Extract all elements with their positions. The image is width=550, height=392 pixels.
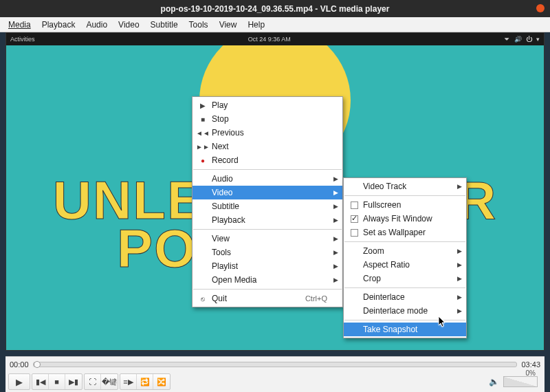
time-elapsed[interactable]: 00:00 [10, 360, 29, 369]
caret-icon: ▾ [536, 36, 540, 43]
player-controls: 00:00 03:43 ▶ ▮◀ ■ ▶▮ ⛶ �键 ≡▶ 🔁 🔀 [6, 356, 544, 392]
separator [193, 289, 342, 290]
menu-subtitle[interactable]: Subtitle [145, 18, 184, 32]
ctx-always-fit[interactable]: Always Fit Window [344, 212, 466, 226]
system-tray: ⏷ 🔊 ⏻ ▾ [504, 36, 540, 43]
menu-media[interactable]: Media [3, 18, 36, 32]
separator [193, 229, 342, 230]
gnome-topbar: Activities Oct 24 9:36 AM ⏷ 🔊 ⏻ ▾ [6, 33, 544, 45]
buttons-row: ▶ ▮◀ ■ ▶▮ ⛶ �键 ≡▶ 🔁 🔀 🔈 0% [6, 372, 544, 391]
ctx-playlist[interactable]: Playlist▶ [192, 259, 342, 273]
checkbox-icon [351, 229, 358, 237]
chevron-right-icon: ▶ [457, 248, 462, 254]
volume-slider[interactable]: 0% [503, 376, 538, 387]
next-icon: ►► [197, 143, 209, 151]
record-icon: ● [197, 157, 209, 164]
context-menu[interactable]: ▶Play ■Stop ◄◄Previous ►►Next ●Record Au… [192, 96, 343, 307]
quit-icon: ⎋ [197, 295, 209, 303]
menu-audio[interactable]: Audio [80, 18, 113, 32]
chevron-right-icon: ▶ [333, 189, 338, 196]
video-area[interactable]: Activities Oct 24 9:36 AM ⏷ 🔊 ⏻ ▾ UNLEAS… [6, 32, 544, 351]
ctx-zoom[interactable]: Zoom▶ [344, 244, 466, 258]
close-button[interactable] [536, 4, 544, 12]
play-button[interactable]: ▶ [9, 374, 30, 389]
chevron-right-icon: ▶ [333, 175, 338, 182]
ctx-deinterlace[interactable]: Deinterlace▶ [344, 290, 466, 304]
power-icon: ⏻ [526, 36, 532, 43]
prev-button[interactable]: ▮◀ [32, 374, 49, 389]
ctx-deinterlace-mode[interactable]: Deinterlace mode▶ [344, 304, 466, 318]
menubar: Media Playback Audio Video Subtitle Tool… [0, 17, 550, 32]
next-button[interactable]: ▶▮ [65, 374, 82, 389]
ctx-view[interactable]: View▶ [192, 232, 342, 246]
ext-settings-button[interactable]: �键 [101, 374, 118, 389]
stop-button[interactable]: ■ [49, 374, 65, 389]
ctx-open-media[interactable]: Open Media▶ [192, 273, 342, 287]
chevron-right-icon: ▶ [333, 235, 338, 242]
separator [344, 287, 465, 288]
ctx-stop[interactable]: ■Stop [192, 112, 342, 126]
chevron-right-icon: ▶ [333, 249, 338, 256]
chevron-right-icon: ▶ [457, 307, 462, 314]
time-total[interactable]: 03:43 [521, 360, 540, 369]
menu-view[interactable]: View [214, 18, 243, 32]
menu-tools[interactable]: Tools [184, 18, 214, 32]
separator [344, 195, 465, 196]
ctx-play[interactable]: ▶Play [192, 98, 342, 112]
play-icon: ▶ [197, 102, 209, 109]
volume-percent: 0% [526, 369, 536, 377]
ctx-aspect-ratio[interactable]: Aspect Ratio▶ [344, 258, 466, 272]
vlc-window: pop-os-19-10-2019-10-24_09.36.55.mp4 - V… [0, 0, 550, 392]
clock-label: Oct 24 9:36 AM [248, 36, 291, 43]
chevron-right-icon: ▶ [457, 275, 462, 282]
volume-icon: 🔊 [514, 36, 522, 43]
ctx-playback[interactable]: Playback▶ [192, 213, 342, 227]
ctx-next[interactable]: ►►Next [192, 140, 342, 153]
shortcut-label: Ctrl+Q [305, 294, 327, 303]
ctx-tools[interactable]: Tools▶ [192, 246, 342, 259]
window-title: pop-os-19-10-2019-10-24_09.36.55.mp4 - V… [161, 4, 390, 14]
separator [193, 169, 342, 170]
separator [344, 320, 465, 320]
separator [344, 241, 465, 242]
checkbox-checked-icon [351, 215, 358, 223]
ctx-crop[interactable]: Crop▶ [344, 272, 466, 285]
seek-bar[interactable] [33, 362, 518, 367]
checkbox-icon [351, 202, 358, 209]
video-submenu[interactable]: Video Track▶ Fullscreen Always Fit Windo… [343, 177, 467, 338]
seek-knob[interactable] [34, 361, 41, 368]
ctx-previous[interactable]: ◄◄Previous [192, 126, 342, 140]
stop-icon: ■ [197, 116, 209, 123]
loop-button[interactable]: 🔁 [137, 374, 153, 389]
ctx-audio[interactable]: Audio▶ [192, 172, 342, 186]
ctx-take-snapshot[interactable]: Take Snapshot [344, 323, 466, 336]
network-icon: ⏷ [504, 36, 510, 43]
chevron-right-icon: ▶ [333, 203, 338, 210]
ctx-quit[interactable]: ⎋QuitCtrl+Q [192, 292, 342, 305]
progress-row: 00:00 03:43 [6, 357, 544, 372]
fullscreen-button[interactable]: ⛶ [85, 374, 101, 389]
titlebar[interactable]: pop-os-19-10-2019-10-24_09.36.55.mp4 - V… [0, 0, 550, 17]
activities-label: Activities [10, 36, 35, 43]
chevron-right-icon: ▶ [457, 261, 462, 268]
chevron-right-icon: ▶ [333, 217, 338, 224]
ctx-fullscreen[interactable]: Fullscreen [344, 198, 466, 212]
chevron-right-icon: ▶ [457, 183, 462, 190]
ctx-subtitle[interactable]: Subtitle▶ [192, 199, 342, 213]
menu-help[interactable]: Help [242, 18, 270, 32]
menu-playback[interactable]: Playback [36, 18, 81, 32]
volume-control[interactable]: 🔈 0% [489, 376, 538, 387]
speaker-icon[interactable]: 🔈 [489, 377, 499, 386]
chevron-right-icon: ▶ [333, 276, 338, 283]
chevron-right-icon: ▶ [333, 263, 338, 270]
prev-icon: ◄◄ [197, 129, 209, 137]
ctx-video-track[interactable]: Video Track▶ [344, 179, 466, 193]
shuffle-button[interactable]: 🔀 [153, 374, 170, 389]
playlist-button[interactable]: ≡▶ [120, 374, 137, 389]
chevron-right-icon: ▶ [457, 294, 462, 301]
ctx-video[interactable]: Video▶ [192, 186, 342, 199]
menu-video[interactable]: Video [113, 18, 144, 32]
ctx-record[interactable]: ●Record [192, 153, 342, 167]
ctx-wallpaper[interactable]: Set as Wallpaper [344, 226, 466, 239]
